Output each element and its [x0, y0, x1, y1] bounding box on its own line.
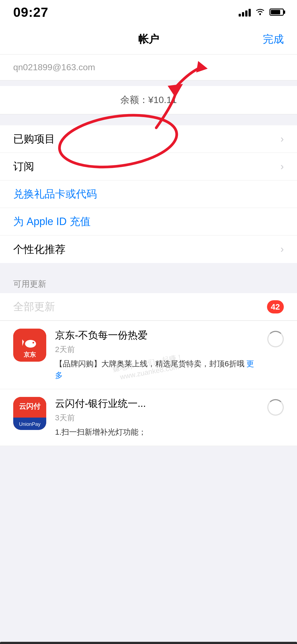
- personalized-label: 个性化推荐: [13, 242, 66, 256]
- app-info-jd: 京东-不负每一份热爱 2天前 【品牌闪购】大牌奥莱上线，精选尾货特卖，封顶6折哦…: [55, 329, 258, 381]
- app-row-jd: 京东 京东-不负每一份热爱 2天前 【品牌闪购】大牌奥莱上线，精选尾货特卖，封顶…: [0, 321, 297, 389]
- home-indicator: [0, 642, 297, 644]
- unionpay-svg: UnionPay: [19, 420, 41, 428]
- update-btn-ysf[interactable]: [267, 397, 284, 416]
- status-bar: 09:27: [0, 0, 297, 24]
- svg-marker-2: [22, 339, 24, 346]
- app-icon-jd: 京东: [13, 329, 46, 362]
- svg-text:云闪付: 云闪付: [19, 402, 41, 410]
- battery-icon: [269, 9, 284, 16]
- redeem-gift-card-label: 兑换礼品卡或代码: [13, 187, 97, 201]
- app-desc-jd: 【品牌闪购】大牌奥莱上线，精选尾货特卖，封顶6折哦 更多: [55, 358, 258, 381]
- update-spinner-ysf: [267, 399, 284, 416]
- update-spinner-jd: [267, 331, 284, 347]
- done-button[interactable]: 完成: [263, 32, 284, 46]
- update-all-label: 全部更新: [13, 300, 55, 314]
- section-gap-2: [0, 263, 297, 274]
- wifi-icon: [255, 6, 265, 18]
- add-funds-label: 为 Apple ID 充值: [13, 215, 91, 229]
- svg-text:UnionPay: UnionPay: [19, 421, 40, 427]
- app-time-jd: 2天前: [55, 344, 258, 355]
- update-badge: 42: [267, 300, 284, 313]
- app-name-jd: 京东-不负每一份热爱: [55, 329, 258, 342]
- purchased-items-label: 已购项目: [13, 132, 55, 146]
- status-icons: [239, 6, 284, 18]
- app-info-ysf: 云闪付-银行业统一... 3天前 1.扫一扫新增补光灯功能；: [55, 397, 258, 438]
- svg-point-3: [32, 342, 34, 343]
- updates-section-header: 可用更新: [0, 274, 297, 293]
- ysf-logo-svg: 云闪付: [19, 401, 41, 414]
- status-time: 09:27: [13, 5, 48, 20]
- app-desc-ysf: 1.扫一扫新增补光灯功能；: [55, 426, 258, 438]
- account-email: qn021899@163.com: [0, 55, 297, 80]
- app-name-ysf: 云闪付-银行业统一...: [55, 397, 258, 410]
- page-title: 帐户: [138, 32, 159, 46]
- app-time-ysf: 3天前: [55, 413, 258, 423]
- app-icon-ysf: 云闪付 UnionPay: [13, 397, 46, 430]
- update-all-row[interactable]: 全部更新 42: [0, 293, 297, 321]
- chevron-icon-3: ›: [280, 243, 284, 255]
- subscription-label: 订阅: [13, 159, 34, 174]
- signal-icon: [239, 8, 251, 17]
- redeem-gift-card-row[interactable]: 兑换礼品卡或代码: [0, 180, 297, 208]
- menu-list: 已购项目 › 订阅 › 兑换礼品卡或代码 为 Apple ID 充值 个性化推荐…: [0, 125, 297, 263]
- chevron-icon: ›: [280, 133, 284, 145]
- subscription-row[interactable]: 订阅 ›: [0, 153, 297, 180]
- svg-point-0: [259, 13, 261, 15]
- balance-row: 余额：¥10.11: [0, 86, 297, 114]
- app-row-ysf: 云闪付 UnionPay 云闪付-银行业统一... 3天前 1.扫一扫新增补光灯…: [0, 389, 297, 446]
- purchased-items-row[interactable]: 已购项目 ›: [0, 125, 297, 153]
- add-funds-row[interactable]: 为 Apple ID 充值: [0, 208, 297, 236]
- section-gap-1: [0, 114, 297, 125]
- update-btn-jd[interactable]: [267, 329, 284, 347]
- gap: [0, 80, 297, 86]
- nav-bar: 帐户 完成: [0, 24, 297, 55]
- personalized-row[interactable]: 个性化推荐 ›: [0, 236, 297, 263]
- svg-point-1: [25, 340, 36, 348]
- chevron-icon-2: ›: [280, 161, 284, 172]
- jd-brand-text: 京东: [24, 351, 36, 359]
